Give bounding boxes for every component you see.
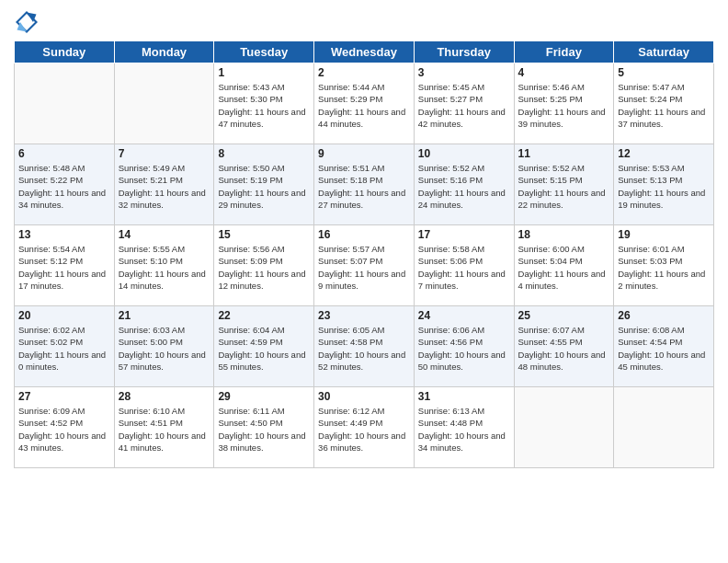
day-number: 29 [218,390,310,403]
day-info: Sunrise: 6:04 AMSunset: 4:59 PMDaylight:… [218,324,310,373]
day-number: 6 [18,147,110,160]
day-info: Sunrise: 5:57 AMSunset: 5:07 PMDaylight:… [318,243,410,292]
day-number: 13 [18,228,110,241]
calendar-cell: 29Sunrise: 6:11 AMSunset: 4:50 PMDayligh… [214,387,314,468]
day-info: Sunrise: 5:43 AMSunset: 5:30 PMDaylight:… [218,81,310,130]
calendar-cell: 23Sunrise: 6:05 AMSunset: 4:58 PMDayligh… [314,306,415,387]
day-info: Sunrise: 5:49 AMSunset: 5:21 PMDaylight:… [119,162,210,211]
day-number: 20 [18,309,110,322]
calendar-cell: 18Sunrise: 6:00 AMSunset: 5:04 PMDayligh… [514,225,614,306]
day-number: 1 [218,66,310,79]
logo [14,9,41,35]
day-info: Sunrise: 6:00 AMSunset: 5:04 PMDaylight:… [518,243,610,292]
day-number: 19 [618,228,710,241]
calendar-cell [514,387,614,468]
header [14,9,714,35]
day-number: 24 [418,309,510,322]
day-number: 9 [318,147,410,160]
day-number: 27 [18,390,110,403]
calendar-cell: 31Sunrise: 6:13 AMSunset: 4:48 PMDayligh… [414,387,514,468]
day-info: Sunrise: 5:53 AMSunset: 5:13 PMDaylight:… [618,162,710,211]
logo-icon [14,9,40,35]
calendar-cell: 10Sunrise: 5:52 AMSunset: 5:16 PMDayligh… [414,144,514,225]
day-number: 12 [618,147,710,160]
calendar-cell: 22Sunrise: 6:04 AMSunset: 4:59 PMDayligh… [214,306,314,387]
week-row-1: 1Sunrise: 5:43 AMSunset: 5:30 PMDaylight… [15,63,714,144]
calendar-cell: 24Sunrise: 6:06 AMSunset: 4:56 PMDayligh… [414,306,514,387]
day-number: 26 [618,309,710,322]
day-info: Sunrise: 5:52 AMSunset: 5:15 PMDaylight:… [518,162,610,211]
day-number: 14 [119,228,210,241]
day-number: 21 [119,309,210,322]
day-number: 5 [618,66,710,79]
day-info: Sunrise: 6:12 AMSunset: 4:49 PMDaylight:… [318,405,410,454]
day-info: Sunrise: 6:10 AMSunset: 4:51 PMDaylight:… [119,405,210,454]
day-info: Sunrise: 6:08 AMSunset: 4:54 PMDaylight:… [618,324,710,373]
calendar-cell: 25Sunrise: 6:07 AMSunset: 4:55 PMDayligh… [514,306,614,387]
calendar-cell: 5Sunrise: 5:47 AMSunset: 5:24 PMDaylight… [614,63,714,144]
day-number: 25 [518,309,610,322]
day-info: Sunrise: 5:52 AMSunset: 5:16 PMDaylight:… [418,162,510,211]
calendar-cell [114,63,214,144]
calendar-table: SundayMondayTuesdayWednesdayThursdayFrid… [14,40,714,468]
weekday-header-friday: Friday [514,41,614,63]
day-number: 15 [218,228,310,241]
calendar-cell: 9Sunrise: 5:51 AMSunset: 5:18 PMDaylight… [314,144,415,225]
calendar-cell: 19Sunrise: 6:01 AMSunset: 5:03 PMDayligh… [614,225,714,306]
calendar-cell [614,387,714,468]
calendar-cell: 1Sunrise: 5:43 AMSunset: 5:30 PMDaylight… [214,63,314,144]
calendar-cell: 16Sunrise: 5:57 AMSunset: 5:07 PMDayligh… [314,225,415,306]
page: SundayMondayTuesdayWednesdayThursdayFrid… [0,0,728,473]
day-info: Sunrise: 6:13 AMSunset: 4:48 PMDaylight:… [418,405,510,454]
calendar-cell: 20Sunrise: 6:02 AMSunset: 5:02 PMDayligh… [15,306,115,387]
calendar-cell: 4Sunrise: 5:46 AMSunset: 5:25 PMDaylight… [514,63,614,144]
calendar-cell: 14Sunrise: 5:55 AMSunset: 5:10 PMDayligh… [114,225,214,306]
week-row-3: 13Sunrise: 5:54 AMSunset: 5:12 PMDayligh… [15,225,714,306]
day-info: Sunrise: 6:09 AMSunset: 4:52 PMDaylight:… [18,405,110,454]
calendar-cell: 11Sunrise: 5:52 AMSunset: 5:15 PMDayligh… [514,144,614,225]
day-info: Sunrise: 6:01 AMSunset: 5:03 PMDaylight:… [618,243,710,292]
calendar-cell: 6Sunrise: 5:48 AMSunset: 5:22 PMDaylight… [15,144,115,225]
day-info: Sunrise: 5:58 AMSunset: 5:06 PMDaylight:… [418,243,510,292]
calendar-cell: 8Sunrise: 5:50 AMSunset: 5:19 PMDaylight… [214,144,314,225]
day-info: Sunrise: 5:51 AMSunset: 5:18 PMDaylight:… [318,162,410,211]
day-number: 31 [418,390,510,403]
day-info: Sunrise: 6:07 AMSunset: 4:55 PMDaylight:… [518,324,610,373]
calendar-cell: 15Sunrise: 5:56 AMSunset: 5:09 PMDayligh… [214,225,314,306]
day-number: 7 [119,147,210,160]
calendar-cell: 13Sunrise: 5:54 AMSunset: 5:12 PMDayligh… [15,225,115,306]
week-row-5: 27Sunrise: 6:09 AMSunset: 4:52 PMDayligh… [15,387,714,468]
calendar-cell: 26Sunrise: 6:08 AMSunset: 4:54 PMDayligh… [614,306,714,387]
weekday-header-sunday: Sunday [15,41,115,63]
calendar-cell: 7Sunrise: 5:49 AMSunset: 5:21 PMDaylight… [114,144,214,225]
day-info: Sunrise: 5:54 AMSunset: 5:12 PMDaylight:… [18,243,110,292]
day-number: 10 [418,147,510,160]
calendar-cell: 3Sunrise: 5:45 AMSunset: 5:27 PMDaylight… [414,63,514,144]
day-info: Sunrise: 5:46 AMSunset: 5:25 PMDaylight:… [518,81,610,130]
day-info: Sunrise: 6:05 AMSunset: 4:58 PMDaylight:… [318,324,410,373]
week-row-4: 20Sunrise: 6:02 AMSunset: 5:02 PMDayligh… [15,306,714,387]
day-number: 23 [318,309,410,322]
calendar-cell: 12Sunrise: 5:53 AMSunset: 5:13 PMDayligh… [614,144,714,225]
day-info: Sunrise: 5:47 AMSunset: 5:24 PMDaylight:… [618,81,710,130]
day-info: Sunrise: 6:06 AMSunset: 4:56 PMDaylight:… [418,324,510,373]
day-number: 4 [518,66,610,79]
week-row-2: 6Sunrise: 5:48 AMSunset: 5:22 PMDaylight… [15,144,714,225]
day-number: 22 [218,309,310,322]
weekday-header-thursday: Thursday [414,41,514,63]
day-info: Sunrise: 6:02 AMSunset: 5:02 PMDaylight:… [18,324,110,373]
day-number: 3 [418,66,510,79]
calendar-cell: 30Sunrise: 6:12 AMSunset: 4:49 PMDayligh… [314,387,415,468]
day-number: 2 [318,66,410,79]
day-info: Sunrise: 5:55 AMSunset: 5:10 PMDaylight:… [119,243,210,292]
weekday-header-saturday: Saturday [614,41,714,63]
day-number: 28 [119,390,210,403]
day-number: 17 [418,228,510,241]
weekday-header-wednesday: Wednesday [314,41,415,63]
calendar-cell: 17Sunrise: 5:58 AMSunset: 5:06 PMDayligh… [414,225,514,306]
day-info: Sunrise: 5:50 AMSunset: 5:19 PMDaylight:… [218,162,310,211]
calendar-cell: 2Sunrise: 5:44 AMSunset: 5:29 PMDaylight… [314,63,415,144]
day-number: 11 [518,147,610,160]
weekday-header-tuesday: Tuesday [214,41,314,63]
day-info: Sunrise: 5:44 AMSunset: 5:29 PMDaylight:… [318,81,410,130]
